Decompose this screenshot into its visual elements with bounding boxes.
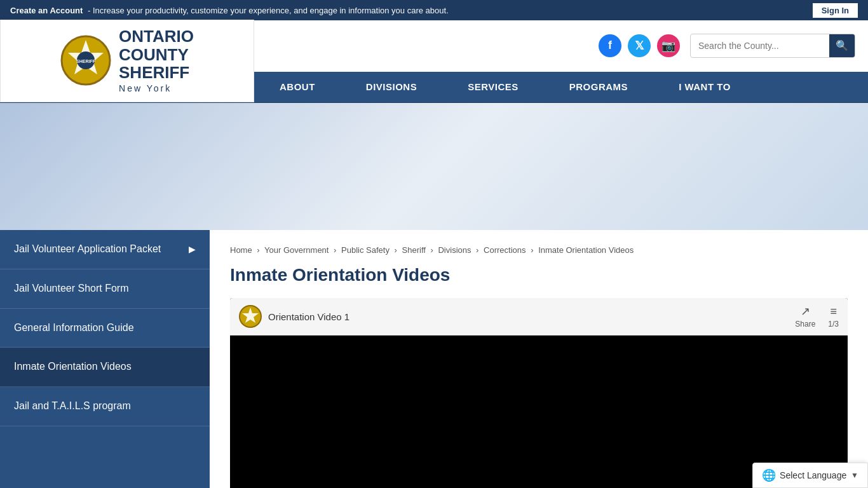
sidebar-item-label: Jail Volunteer Short Form	[14, 282, 129, 295]
social-icons: f 𝕏 📷	[599, 34, 680, 57]
sidebar-item-jail-volunteer-short[interactable]: Jail Volunteer Short Form	[0, 269, 210, 309]
top-banner: Create an Account - Increase your produc…	[0, 0, 868, 20]
logo-line4: New York	[119, 83, 194, 93]
sidebar: Jail Volunteer Application Packet ▶ Jail…	[0, 230, 210, 488]
instagram-icon[interactable]: 📷	[657, 34, 680, 57]
chevron-down-icon: ▼	[851, 471, 858, 480]
search-bar: 🔍	[690, 34, 855, 58]
header: SHERIFF ONTARIO COUNTY SHERIFF New York …	[0, 20, 868, 103]
video-avatar	[239, 305, 262, 328]
svg-text:SHERIFF: SHERIFF	[76, 59, 96, 64]
banner-text: - Increase your productivity, customize …	[85, 6, 448, 15]
video-title-area: Orientation Video 1	[239, 305, 349, 328]
playlist-label: 1/3	[828, 320, 839, 329]
breadcrumb-home[interactable]: Home	[230, 245, 252, 255]
breadcrumb-corrections[interactable]: Corrections	[484, 245, 526, 255]
content-wrapper: Jail Volunteer Application Packet ▶ Jail…	[0, 230, 868, 488]
avatar-badge-icon	[239, 305, 262, 328]
breadcrumb-current: Inmate Orientation Videos	[538, 245, 634, 255]
sidebar-item-label: Inmate Orientation Videos	[14, 360, 132, 374]
breadcrumb: Home › Your Government › Public Safety ›…	[230, 245, 848, 255]
create-account-link[interactable]: Create an Account	[10, 6, 83, 15]
playlist-icon: ≡	[830, 305, 837, 318]
video-controls-right: ↗ Share ≡ 1/3	[795, 304, 839, 329]
logo-line3: SHERIFF	[119, 64, 194, 82]
logo-line1: ONTARIO	[119, 27, 194, 46]
logo-area: SHERIFF ONTARIO COUNTY SHERIFF New York	[0, 20, 254, 102]
logo-line2: COUNTY	[119, 46, 194, 64]
sign-in-button[interactable]: Sign In	[813, 3, 858, 18]
nav-area: f 𝕏 📷 🔍 ABOUT DIVISIONS SERVICES PROGRAM…	[254, 20, 868, 102]
nav-bottom: ABOUT DIVISIONS SERVICES PROGRAMS I WANT…	[254, 72, 868, 102]
sidebar-item-general-info[interactable]: General Information Guide	[0, 309, 210, 348]
facebook-icon[interactable]: f	[599, 34, 621, 57]
sidebar-item-jail-tails[interactable]: Jail and T.A.I.L.S program	[0, 387, 210, 426]
logo-text: ONTARIO COUNTY SHERIFF New York	[119, 27, 194, 93]
sidebar-item-label: General Information Guide	[14, 322, 134, 335]
nav-services[interactable]: SERVICES	[442, 72, 544, 102]
sidebar-item-jail-volunteer-application[interactable]: Jail Volunteer Application Packet ▶	[0, 230, 210, 269]
language-select[interactable]: Select Language Español Français Deutsch…	[780, 470, 847, 480]
share-button[interactable]: ↗ Share	[795, 304, 815, 329]
share-icon: ↗	[801, 304, 810, 318]
sidebar-item-label: Jail and T.A.I.L.S program	[14, 400, 131, 413]
search-input[interactable]	[691, 36, 829, 55]
breadcrumb-sheriff[interactable]: Sheriff	[402, 245, 426, 255]
breadcrumb-your-government[interactable]: Your Government	[264, 245, 329, 255]
sheriff-badge-icon: SHERIFF	[60, 35, 111, 86]
page-title: Inmate Orientation Videos	[230, 265, 848, 285]
nav-divisions[interactable]: DIVISIONS	[341, 72, 442, 102]
sidebar-item-inmate-orientation[interactable]: Inmate Orientation Videos	[0, 348, 210, 387]
translate-globe-icon: 🌐	[762, 468, 776, 482]
playlist-button[interactable]: ≡ 1/3	[828, 305, 839, 329]
translate-bar[interactable]: 🌐 Select Language Español Français Deuts…	[752, 463, 868, 488]
twitter-icon[interactable]: 𝕏	[628, 34, 651, 57]
nav-about[interactable]: ABOUT	[254, 72, 341, 102]
nav-programs[interactable]: PROGRAMS	[544, 72, 653, 102]
share-label: Share	[795, 320, 815, 329]
nav-iwantto[interactable]: I WANT TO	[653, 72, 756, 102]
hero-area	[0, 103, 868, 230]
breadcrumb-public-safety[interactable]: Public Safety	[341, 245, 390, 255]
video-container: Orientation Video 1 ↗ Share ≡ 1/3	[230, 298, 848, 488]
search-button[interactable]: 🔍	[829, 34, 855, 57]
video-title: Orientation Video 1	[268, 311, 349, 322]
main-content: Home › Your Government › Public Safety ›…	[210, 230, 868, 488]
banner-message: Create an Account - Increase your produc…	[10, 6, 449, 15]
breadcrumb-divisions[interactable]: Divisions	[438, 245, 471, 255]
sidebar-item-label: Jail Volunteer Application Packet	[14, 243, 161, 256]
nav-top: f 𝕏 📷 🔍	[254, 20, 868, 72]
video-top-bar: Orientation Video 1 ↗ Share ≡ 1/3	[230, 298, 848, 336]
sidebar-arrow-icon: ▶	[189, 243, 196, 255]
